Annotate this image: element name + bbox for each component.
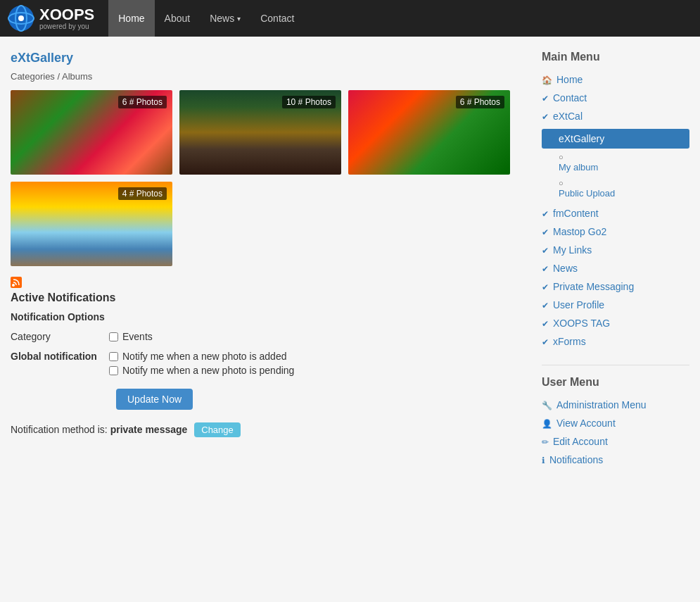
sidebar-item-xoopstag[interactable]: XOOPS TAG — [542, 314, 689, 332]
sidebar-item-administration[interactable]: Administration Menu — [542, 396, 689, 414]
page-title: eXtGallery — [11, 51, 528, 65]
sidebar-item-mastopgo2[interactable]: Mastop Go2 — [542, 222, 689, 241]
submenu-item-publicupload[interactable]: Public Upload — [559, 175, 689, 201]
notify-pending-checkbox[interactable] — [109, 366, 118, 375]
method-label: Notification method is: — [11, 424, 108, 435]
gallery-item[interactable]: 6 # Photos — [348, 90, 510, 175]
nav-menu: Home About News ▾ Contact — [108, 0, 304, 37]
check-icon — [542, 92, 549, 104]
sidebar-item-xforms[interactable]: xForms — [542, 332, 689, 351]
notify-pending-label: Notify me when a new photo is pending — [122, 365, 294, 376]
sidebar-item-label: XOOPS TAG — [553, 318, 610, 329]
sidebar-item-label: User Profile — [553, 299, 604, 311]
sidebar-item-label: Private Messaging — [553, 281, 634, 292]
sidebar-item-label: View Account — [556, 418, 616, 429]
events-checkbox[interactable] — [109, 332, 118, 341]
categories-label: Categories / Albums — [11, 71, 528, 82]
sidebar-item-label: xForms — [553, 336, 586, 347]
photo-count-1: 6 # Photos — [118, 96, 167, 108]
sidebar-item-extcal[interactable]: eXtCal — [542, 107, 689, 125]
check-icon — [542, 263, 549, 274]
sidebar-item-label: Mastop Go2 — [553, 226, 606, 237]
notification-method: Notification method is: private message … — [11, 422, 528, 437]
sidebar-item-notifications[interactable]: Notifications — [542, 451, 689, 469]
submenu-item-myalbum[interactable]: My album — [559, 149, 689, 175]
wrench-icon — [542, 399, 552, 410]
info-icon — [542, 454, 545, 465]
user-menu: Administration Menu View Account Edit Ac… — [542, 396, 689, 469]
brand-title: XOOPS — [39, 7, 94, 23]
nav-item-news[interactable]: News ▾ — [200, 0, 250, 37]
sidebar-item-label: News — [553, 263, 578, 274]
sidebar-item-privatemessaging[interactable]: Private Messaging — [542, 277, 689, 296]
notify-added-checkbox[interactable] — [109, 352, 118, 361]
check-icon — [542, 299, 549, 311]
home-icon — [542, 74, 552, 85]
notification-options-title: Notification Options — [11, 311, 528, 322]
sidebar: Main Menu Home Contact eXtCal — [542, 51, 689, 483]
sidebar-item-fmcontent[interactable]: fmContent — [542, 204, 689, 222]
notify-pending-row: Notify me when a new photo is pending — [109, 365, 522, 376]
events-checkbox-row: Events — [109, 331, 522, 342]
nav-item-about[interactable]: About — [155, 0, 201, 37]
update-now-button[interactable]: Update Now — [116, 389, 193, 410]
sidebar-item-contact[interactable]: Contact — [542, 89, 689, 107]
photo-count-3: 6 # Photos — [456, 96, 504, 108]
sidebar-item-label: Contact — [553, 92, 587, 104]
svg-point-3 — [18, 15, 24, 21]
rss-icon[interactable] — [11, 277, 22, 288]
check-icon — [542, 244, 549, 256]
sidebar-item-home[interactable]: Home — [542, 70, 689, 89]
pencil-icon — [542, 436, 549, 447]
category-row: Category Events — [11, 328, 528, 348]
global-label: Global notification — [11, 348, 109, 382]
svg-point-5 — [12, 284, 15, 287]
gallery-item[interactable]: 4 # Photos — [11, 182, 172, 266]
user-menu-title: User Menu — [542, 376, 689, 389]
brand-logo[interactable]: XOOPS powered by you — [7, 4, 94, 32]
sidebar-item-editaccount[interactable]: Edit Account — [542, 432, 689, 451]
sidebar-item-mylinks[interactable]: My Links — [542, 241, 689, 259]
navbar: XOOPS powered by you Home About News ▾ C… — [0, 0, 700, 37]
photo-count-2: 10 # Photos — [282, 96, 336, 108]
sidebar-item-label: eXtGallery — [559, 133, 604, 144]
change-button[interactable]: Change — [194, 422, 241, 437]
check-icon — [542, 281, 549, 292]
svg-rect-4 — [11, 277, 22, 288]
sidebar-item-label: eXtCal — [553, 111, 583, 122]
check-icon — [542, 318, 549, 329]
check-icon — [542, 208, 549, 219]
sidebar-item-label: Edit Account — [553, 436, 608, 447]
page-container: eXtGallery Categories / Albums 6 # Photo… — [0, 37, 700, 497]
global-notification-row: Global notification Notify me when a new… — [11, 348, 528, 382]
photo-count-4: 4 # Photos — [118, 187, 167, 200]
nav-item-contact[interactable]: Contact — [250, 0, 304, 37]
method-value: private message — [110, 424, 188, 435]
sidebar-item-userprofile[interactable]: User Profile — [542, 296, 689, 314]
notify-added-row: Notify me when a new photo is added — [109, 351, 522, 362]
events-label: Events — [122, 331, 153, 342]
rss-wrap — [11, 277, 528, 288]
main-content: eXtGallery Categories / Albums 6 # Photo… — [11, 51, 528, 483]
sidebar-item-viewaccount[interactable]: View Account — [542, 414, 689, 432]
category-options: Events — [109, 328, 528, 348]
user-icon — [542, 418, 552, 429]
notify-added-label: Notify me when a new photo is added — [122, 351, 286, 362]
gallery-item[interactable]: 10 # Photos — [179, 90, 341, 175]
check-icon — [542, 111, 549, 122]
sidebar-item-label: My Links — [553, 244, 592, 256]
extgallery-submenu: My album Public Upload — [559, 149, 689, 201]
sidebar-item-label: Home — [556, 74, 583, 85]
check-icon — [549, 133, 556, 144]
news-caret-icon: ▾ — [237, 15, 241, 23]
sidebar-item-label: fmContent — [553, 208, 599, 219]
gallery-item[interactable]: 6 # Photos — [11, 90, 172, 175]
notification-form: Category Events Global notification Noti… — [11, 328, 528, 382]
category-label: Category — [11, 328, 109, 348]
sidebar-item-news[interactable]: News — [542, 259, 689, 277]
sidebar-divider — [542, 365, 689, 365]
global-options: Notify me when a new photo is added Noti… — [109, 348, 528, 382]
nav-item-home[interactable]: Home — [108, 0, 154, 37]
sidebar-item-extgallery[interactable]: eXtGallery My album Public Upload — [542, 125, 689, 204]
sidebar-item-label: Administration Menu — [556, 399, 647, 410]
